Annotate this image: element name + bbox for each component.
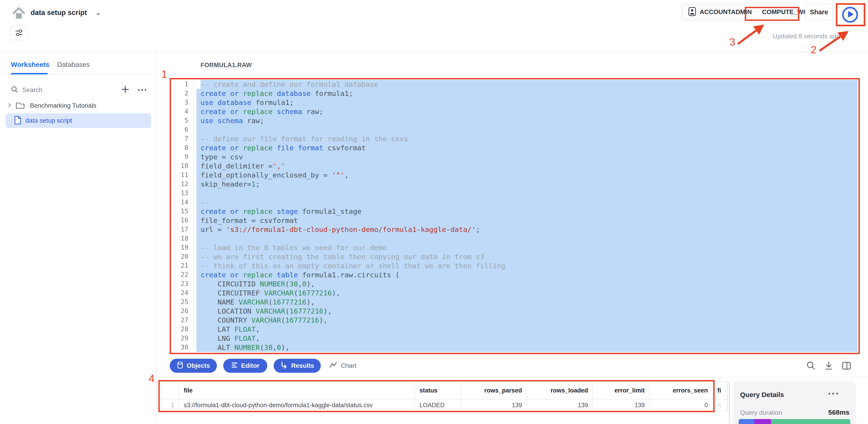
sliders-icon: [15, 28, 23, 38]
annotation-label-3: 3: [727, 36, 738, 48]
column-header[interactable]: fi: [713, 382, 727, 399]
filters-button[interactable]: [11, 25, 27, 41]
tab-databases[interactable]: Databases: [57, 61, 90, 68]
column-header[interactable]: rows_parsed: [461, 382, 527, 399]
code-token: 16777216: [289, 307, 323, 315]
code-token: field_optionally_enclosed_by =: [200, 171, 332, 179]
code-token: ),: [307, 298, 315, 306]
column-header[interactable]: file: [179, 382, 415, 399]
toggle-chart-button[interactable]: Chart: [330, 359, 356, 373]
code-line[interactable]: create or replace file format csvformat: [196, 143, 858, 152]
code-line[interactable]: -- we are first creating the table then …: [196, 252, 858, 261]
code-token: create or: [200, 107, 243, 116]
code-line[interactable]: LAT FLOAT,: [196, 325, 858, 334]
updated-dropdown-caret-icon[interactable]: [842, 35, 846, 38]
query-details-more-button[interactable]: [829, 393, 838, 394]
code-token: ),: [323, 307, 332, 315]
table-cell[interactable]: 139: [593, 399, 650, 411]
chevron-right-icon: [8, 102, 11, 109]
code-token: csvformat: [323, 144, 366, 152]
line-number: 9: [171, 152, 188, 161]
column-header[interactable]: errors_seen: [650, 382, 713, 399]
code-line[interactable]: url = 's3://formula1-dbt-cloud-python-de…: [196, 225, 858, 234]
table-cell[interactable]: s3://formula1-dbt-cloud-python-demo/form…: [179, 399, 415, 411]
code-line[interactable]: -- create and define our formula1 databa…: [200, 80, 858, 89]
code-line[interactable]: LOCATION VARCHAR(16777216),: [196, 306, 858, 316]
code-line[interactable]: COUNTRY VARCHAR(16777216),: [196, 316, 858, 325]
toolbar-divider: [157, 377, 868, 377]
line-number: 3: [171, 98, 188, 107]
code-line[interactable]: LNG FLOAT,: [196, 334, 858, 343]
split-view-button[interactable]: [841, 360, 852, 371]
column-header[interactable]: status: [415, 382, 461, 399]
code-line[interactable]: ALT NUMBER(38,0),: [196, 343, 858, 352]
code-token: skip_header=: [200, 180, 251, 188]
line-number: 17: [171, 225, 188, 234]
title-dropdown-caret-icon[interactable]: [96, 13, 100, 15]
run-button[interactable]: [842, 7, 858, 23]
code-line[interactable]: skip_header=1;: [196, 180, 858, 189]
results-table[interactable]: filestatusrows_parsedrows_loadederror_li…: [161, 381, 728, 411]
column-header[interactable]: error_limit: [593, 382, 650, 399]
code-token: ),: [332, 289, 340, 297]
code-line[interactable]: create or replace database formula1;: [196, 89, 858, 98]
code-line[interactable]: field_delimiter =',': [196, 161, 858, 170]
column-header[interactable]: rows_loaded: [527, 382, 593, 399]
sidebar-more-button[interactable]: [135, 85, 149, 95]
code-line[interactable]: [196, 234, 858, 243]
code-token: ,: [256, 334, 260, 343]
page-title[interactable]: data setup script: [31, 9, 87, 17]
results-scrollbar[interactable]: [729, 381, 730, 424]
schema-context-tab[interactable]: FORMULA1.RAW: [200, 62, 252, 69]
code-line[interactable]: type = csv: [196, 152, 858, 161]
sidebar-item-folder[interactable]: Benchmarking Tutorials: [8, 99, 96, 112]
code-line[interactable]: [196, 125, 858, 134]
code-line[interactable]: CIRCUITID NUMBER(38,0),: [196, 279, 858, 288]
code-token: COUNTRY: [200, 316, 251, 324]
tab-worksheets[interactable]: Worksheets: [11, 61, 50, 68]
code-token: file format: [273, 144, 323, 152]
home-button[interactable]: [12, 6, 25, 20]
sidebar-item-worksheet-selected[interactable]: data setup script: [5, 113, 151, 128]
search-results-button[interactable]: [806, 360, 816, 371]
toggle-objects-button[interactable]: Objects: [170, 359, 217, 373]
table-row[interactable]: 1s3://formula1-dbt-cloud-python-demo/for…: [162, 399, 727, 411]
context-selector[interactable]: ACCOUNTADMIN COMPUTE_WH: [682, 4, 799, 21]
line-number: 22: [171, 270, 188, 279]
code-line[interactable]: -- think of this as an empty container o…: [196, 261, 858, 270]
annotation-label-2: 2: [808, 43, 819, 56]
code-line[interactable]: NAME VARCHAR(16777216),: [196, 297, 858, 306]
new-worksheet-button[interactable]: [120, 85, 130, 95]
code-token: -- create and define our formula1 databa…: [200, 80, 378, 89]
code-line[interactable]: --: [196, 198, 858, 207]
code-line[interactable]: file_format = csvformat: [196, 216, 858, 225]
editor-label: Editor: [241, 362, 259, 369]
toggle-editor-button[interactable]: Editor: [223, 359, 267, 373]
code-line[interactable]: -- load in the 8 tables we need for our …: [196, 243, 858, 252]
code-line[interactable]: create or replace table formula1.raw.cir…: [196, 270, 858, 279]
code-line[interactable]: use database formula1;: [196, 98, 858, 107]
table-cell[interactable]: n: [713, 399, 727, 411]
download-results-button[interactable]: [824, 360, 834, 371]
share-button[interactable]: Share: [805, 4, 833, 21]
schema-context-caret-icon[interactable]: [249, 64, 252, 66]
table-cell[interactable]: 139: [461, 399, 527, 411]
chart-icon: [330, 362, 337, 370]
code-line[interactable]: [196, 189, 858, 198]
toggle-results-button[interactable]: Results: [274, 359, 321, 373]
table-cell[interactable]: 139: [527, 399, 593, 411]
line-number: 14: [171, 198, 188, 207]
code-token: 0: [277, 343, 281, 352]
table-cell[interactable]: 0: [650, 399, 713, 411]
line-number: 7: [171, 134, 188, 143]
code-line[interactable]: create or replace stage formula1_stage: [196, 207, 858, 216]
code-line[interactable]: CIRCUITREF VARCHAR(16777216),: [196, 288, 858, 297]
table-cell[interactable]: LOADED: [415, 399, 461, 411]
code-line[interactable]: -- define our file format for reading in…: [196, 134, 858, 143]
code-line[interactable]: use schema raw;: [196, 116, 858, 125]
code-token: ,: [298, 280, 302, 288]
code-line[interactable]: create or replace schema raw;: [196, 107, 858, 116]
worksheet-search-input[interactable]: Search: [11, 86, 42, 94]
code-line[interactable]: field_optionally_enclosed_by = '"',: [196, 170, 858, 180]
lines-icon: [231, 361, 238, 370]
